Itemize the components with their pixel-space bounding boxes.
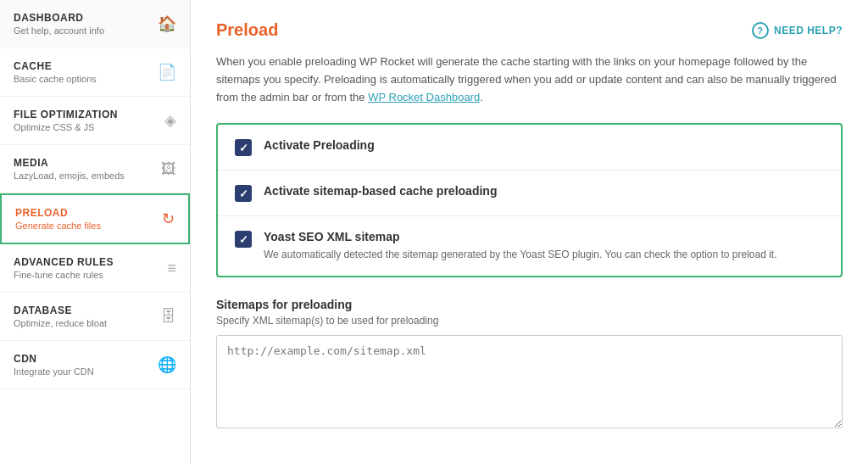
sidebar-icon-cdn: 🌐: [158, 355, 176, 374]
sidebar-item-text-dashboard: DASHBOARD Get help, account info: [14, 12, 151, 36]
sidebar-item-database[interactable]: DATABASE Optimize, reduce bloat 🗄: [0, 293, 190, 341]
checkbox-sitemap-cache-preloading[interactable]: ✓: [235, 185, 252, 202]
checkbox-yoast-seo-sitemap[interactable]: ✓: [235, 231, 252, 248]
sidebar-item-sub-media: LazyLoad, emojis, embeds: [14, 171, 154, 181]
sidebar-item-title-preload: PRELOAD: [15, 207, 155, 219]
sidebar-item-text-media: MEDIA LazyLoad, emojis, embeds: [14, 157, 154, 181]
sidebar-item-title-media: MEDIA: [14, 157, 154, 169]
sidebar-item-title-advanced-rules: ADVANCED RULES: [14, 256, 160, 268]
sidebar-item-title-cdn: CDN: [14, 353, 151, 365]
sidebar: DASHBOARD Get help, account info 🏠 CACHE…: [0, 0, 191, 464]
sidebar-icon-advanced-rules: ≡: [167, 260, 176, 277]
option-label-activate-preloading: Activate Preloading: [264, 138, 375, 152]
sitemap-textarea[interactable]: [216, 335, 843, 428]
sidebar-item-cdn[interactable]: CDN Integrate your CDN 🌐: [0, 341, 190, 389]
sidebar-item-dashboard[interactable]: DASHBOARD Get help, account info 🏠: [0, 0, 190, 48]
sidebar-item-sub-preload: Generate cache files: [15, 221, 155, 231]
sidebar-item-sub-database: Optimize, reduce bloat: [14, 318, 154, 328]
need-help-icon: ?: [752, 22, 769, 39]
need-help-button[interactable]: ? NEED HELP?: [752, 22, 843, 39]
sidebar-icon-dashboard: 🏠: [158, 14, 176, 33]
sitemaps-section: Sitemaps for preloading Specify XML site…: [216, 298, 843, 432]
option-desc-yoast-seo-sitemap: We automatically detected the sitemap ge…: [264, 247, 777, 262]
sidebar-item-preload[interactable]: PRELOAD Generate cache files ↻: [0, 193, 190, 244]
sidebar-item-title-file-optimization: FILE OPTIMIZATION: [14, 109, 158, 120]
checkmark-${opt.id}: ✓: [239, 233, 248, 246]
sidebar-icon-file-optimization: ◈: [164, 111, 176, 130]
sidebar-item-title-dashboard: DASHBOARD: [14, 12, 151, 24]
sitemaps-title: Sitemaps for preloading: [216, 298, 843, 311]
sidebar-icon-database: 🗄: [161, 308, 176, 326]
checkbox-activate-preloading[interactable]: ✓: [235, 139, 252, 156]
options-box: ✓ Activate Preloading ✓ Activate sitemap…: [216, 123, 843, 277]
sidebar-item-text-cdn: CDN Integrate your CDN: [14, 353, 151, 377]
option-row-yoast-seo-sitemap: ✓ Yoast SEO XML sitemap We automatically…: [218, 216, 841, 276]
sidebar-icon-media: 🖼: [161, 160, 176, 178]
sidebar-item-sub-advanced-rules: Fine-tune cache rules: [14, 270, 160, 280]
sidebar-icon-preload: ↻: [162, 210, 175, 228]
sidebar-item-text-cache: CACHE Basic cache options: [14, 60, 151, 84]
sidebar-item-text-preload: PRELOAD Generate cache files: [15, 207, 155, 231]
sidebar-item-media[interactable]: MEDIA LazyLoad, emojis, embeds 🖼: [0, 145, 190, 193]
checkmark-${opt.id}: ✓: [239, 142, 248, 154]
sidebar-item-sub-cdn: Integrate your CDN: [14, 366, 151, 377]
option-content-activate-preloading: Activate Preloading: [264, 138, 375, 155]
option-row-sitemap-cache-preloading: ✓ Activate sitemap-based cache preloadin…: [218, 171, 841, 216]
sidebar-item-advanced-rules[interactable]: ADVANCED RULES Fine-tune cache rules ≡: [0, 244, 190, 293]
page-title: Preload: [216, 20, 278, 40]
sidebar-item-text-file-optimization: FILE OPTIMIZATION Optimize CSS & JS: [14, 109, 158, 132]
option-content-yoast-seo-sitemap: Yoast SEO XML sitemap We automatically d…: [264, 230, 777, 262]
sidebar-item-text-advanced-rules: ADVANCED RULES Fine-tune cache rules: [14, 256, 160, 280]
option-row-activate-preloading: ✓ Activate Preloading: [218, 125, 841, 171]
sidebar-item-file-optimization[interactable]: FILE OPTIMIZATION Optimize CSS & JS ◈: [0, 97, 190, 145]
option-label-sitemap-cache-preloading: Activate sitemap-based cache preloading: [264, 184, 497, 198]
sidebar-item-sub-file-optimization: Optimize CSS & JS: [14, 122, 158, 132]
main-content: Preload ? NEED HELP? When you enable pre…: [191, 0, 868, 464]
checkbox-wrap-sitemap-cache-preloading[interactable]: ✓: [235, 185, 252, 202]
sitemaps-sub: Specify XML sitemap(s) to be used for pr…: [216, 315, 843, 327]
sidebar-item-text-database: DATABASE Optimize, reduce bloat: [14, 305, 154, 328]
sidebar-item-sub-cache: Basic cache options: [14, 74, 151, 84]
sidebar-item-title-cache: CACHE: [14, 60, 151, 72]
sidebar-item-title-database: DATABASE: [14, 305, 154, 316]
sidebar-item-cache[interactable]: CACHE Basic cache options 📄: [0, 48, 190, 97]
sidebar-item-sub-dashboard: Get help, account info: [14, 25, 151, 36]
page-header: Preload ? NEED HELP?: [216, 20, 843, 40]
need-help-label: NEED HELP?: [774, 25, 843, 36]
page-description: When you enable preloading WP Rocket wil…: [216, 53, 843, 106]
dashboard-link[interactable]: WP Rocket Dashboard: [368, 91, 480, 103]
sidebar-icon-cache: 📄: [158, 63, 176, 81]
checkmark-${opt.id}: ✓: [239, 187, 248, 200]
option-content-sitemap-cache-preloading: Activate sitemap-based cache preloading: [264, 184, 497, 201]
option-label-yoast-seo-sitemap: Yoast SEO XML sitemap: [264, 230, 777, 243]
checkbox-wrap-yoast-seo-sitemap[interactable]: ✓: [235, 231, 252, 248]
checkbox-wrap-activate-preloading[interactable]: ✓: [235, 139, 252, 156]
